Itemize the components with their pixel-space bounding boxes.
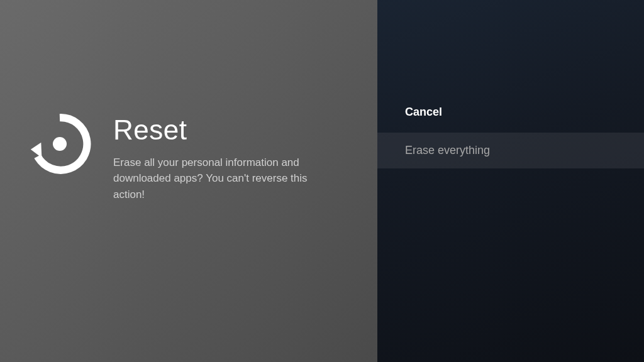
options-panel: Cancel Erase everything — [377, 0, 644, 362]
text-block: Reset Erase all your personal informatio… — [113, 114, 340, 203]
info-panel: Reset Erase all your personal informatio… — [0, 0, 377, 362]
cancel-button[interactable]: Cancel — [377, 94, 644, 130]
page-description: Erase all your personal information and … — [113, 155, 340, 203]
page-title: Reset — [113, 114, 340, 146]
info-block: Reset Erase all your personal informatio… — [25, 109, 340, 203]
svg-point-0 — [53, 137, 67, 151]
erase-everything-button[interactable]: Erase everything — [377, 133, 644, 168]
reset-icon — [25, 109, 94, 181]
